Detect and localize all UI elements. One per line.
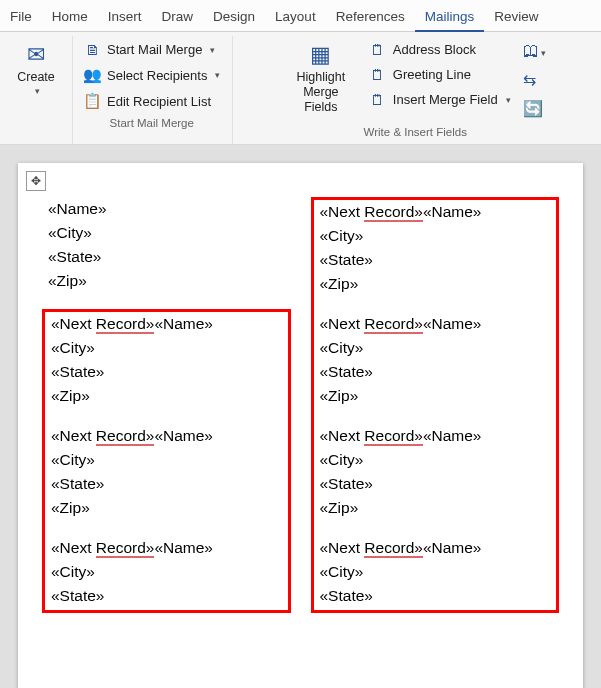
merge-field-city: «City» <box>51 339 95 356</box>
label-cell[interactable]: «Next Record»«Name» «City» «State» <box>47 536 286 608</box>
merge-field-zip: «Zip» <box>320 499 359 516</box>
merge-field-name: «Name» <box>423 539 482 556</box>
update-labels-icon[interactable]: 🔄 <box>521 97 548 120</box>
tab-references[interactable]: References <box>326 4 415 31</box>
rules-icon[interactable]: 🕮▾ <box>521 40 548 62</box>
label-cell[interactable]: «Next Record»«Name» «City» «State» «Zip» <box>47 424 286 520</box>
tab-review[interactable]: Review <box>484 4 548 31</box>
document-area: ✥ «Name» «City» «State» «Zip» «Next Reco… <box>0 145 601 688</box>
merge-field-city: «City» <box>320 451 364 468</box>
label-cell[interactable]: «Next Record»«Name» «City» «State» «Zip» <box>47 312 286 408</box>
merge-field-state: «State» <box>320 587 373 604</box>
merge-field-next: «Next Record» <box>320 539 423 558</box>
edit-recipient-list-button[interactable]: 📋 Edit Recipient List <box>81 89 222 113</box>
merge-field-next: «Next Record» <box>51 315 154 334</box>
edit-recipient-list-label: Edit Recipient List <box>107 94 211 109</box>
group-label-write: Write & Insert Fields <box>364 126 467 142</box>
ribbon-tabs: File Home Insert Draw Design Layout Refe… <box>0 0 601 32</box>
group-create: ✉ Create ▾ <box>2 36 73 144</box>
tab-design[interactable]: Design <box>203 4 265 31</box>
merge-field-zip: «Zip» <box>320 387 359 404</box>
merge-field-city: «City» <box>51 451 95 468</box>
label-cell[interactable]: «Next Record»«Name» «City» «State» «Zip» <box>316 312 555 408</box>
ribbon: ✉ Create ▾ 🗎 Start Mail Merge ▾ 👥 Select… <box>0 32 601 145</box>
insert-merge-field-label: Insert Merge Field <box>393 92 498 107</box>
merge-field-zip: «Zip» <box>51 499 90 516</box>
tab-mailings[interactable]: Mailings <box>415 4 485 32</box>
merge-field-city: «City» <box>320 339 364 356</box>
create-label: Create <box>17 70 55 84</box>
chevron-down-icon: ▾ <box>215 70 220 80</box>
merge-field-state: «State» <box>320 363 373 380</box>
select-recipients-label: Select Recipients <box>107 68 207 83</box>
insert-merge-field-button[interactable]: 🗒 Insert Merge Field ▾ <box>367 88 513 111</box>
merge-field-city: «City» <box>320 227 364 244</box>
merge-field-zip: «Zip» <box>51 387 90 404</box>
merge-field-name: «Name» <box>154 427 213 444</box>
merge-field-name: «Name» <box>423 427 482 444</box>
people-icon: 👥 <box>83 66 101 84</box>
address-icon: 🗒 <box>369 41 387 58</box>
merge-field-zip: «Zip» <box>320 275 359 292</box>
envelope-icon: ✉ <box>27 42 45 68</box>
merge-field-state: «State» <box>320 251 373 268</box>
document-page[interactable]: ✥ «Name» «City» «State» «Zip» «Next Reco… <box>18 163 583 688</box>
tab-draw[interactable]: Draw <box>152 4 204 31</box>
label-cell[interactable]: «Next Record»«Name» «City» «State» «Zip» <box>316 200 555 296</box>
greeting-line-button[interactable]: 🗒 Greeting Line <box>367 63 513 86</box>
merge-field-city: «City» <box>48 224 92 241</box>
merge-field-icon: 🗒 <box>369 91 387 108</box>
select-recipients-button[interactable]: 👥 Select Recipients ▾ <box>81 63 222 87</box>
merge-field-name: «Name» <box>423 315 482 332</box>
group-label-start: Start Mail Merge <box>110 117 194 133</box>
merge-field-next: «Next Record» <box>320 203 423 222</box>
table-move-handle[interactable]: ✥ <box>26 171 46 191</box>
highlight-box-left: «Next Record»«Name» «City» «State» «Zip»… <box>42 309 291 613</box>
merge-field-state: «State» <box>51 475 104 492</box>
address-block-button[interactable]: 🗒 Address Block <box>367 38 513 61</box>
merge-field-next: «Next Record» <box>51 539 154 558</box>
match-fields-icon[interactable]: ⇆ <box>521 68 548 91</box>
merge-field-state: «State» <box>320 475 373 492</box>
highlight-box-right: «Next Record»«Name» «City» «State» «Zip»… <box>311 197 560 613</box>
chevron-down-icon: ▾ <box>506 95 511 105</box>
merge-field-name: «Name» <box>423 203 482 220</box>
label-column-right: «Next Record»«Name» «City» «State» «Zip»… <box>311 197 560 613</box>
merge-field-city: «City» <box>320 563 364 580</box>
greeting-icon: 🗒 <box>369 66 387 83</box>
greeting-line-label: Greeting Line <box>393 67 471 82</box>
tab-home[interactable]: Home <box>42 4 98 31</box>
tab-layout[interactable]: Layout <box>265 4 326 31</box>
address-block-label: Address Block <box>393 42 476 57</box>
tab-file[interactable]: File <box>0 4 42 31</box>
label-cell[interactable]: «Next Record»«Name» «City» «State» <box>316 536 555 608</box>
merge-field-state: «State» <box>48 248 101 265</box>
group-write-insert: ▦ Highlight Merge Fields 🗒 Address Block… <box>233 36 599 144</box>
list-edit-icon: 📋 <box>83 92 101 110</box>
highlight-merge-fields-button[interactable]: ▦ Highlight Merge Fields <box>283 38 359 119</box>
create-button[interactable]: ✉ Create ▾ <box>10 38 62 100</box>
merge-field-city: «City» <box>51 563 95 580</box>
chevron-down-icon: ▾ <box>210 45 215 55</box>
group-start-mail-merge: 🗎 Start Mail Merge ▾ 👥 Select Recipients… <box>73 36 233 144</box>
highlight-label: Highlight Merge Fields <box>285 70 357 115</box>
merge-field-next: «Next Record» <box>320 427 423 446</box>
merge-field-state: «State» <box>51 363 104 380</box>
highlight-icon: ▦ <box>310 42 331 68</box>
label-cell[interactable]: «Name» «City» «State» «Zip» <box>42 197 291 293</box>
label-column-left: «Name» «City» «State» «Zip» «Next Record… <box>42 197 291 613</box>
merge-field-next: «Next Record» <box>51 427 154 446</box>
group-label-blank <box>34 104 37 120</box>
merge-field-zip: «Zip» <box>48 272 87 289</box>
start-mail-merge-button[interactable]: 🗎 Start Mail Merge ▾ <box>81 38 222 61</box>
merge-field-name: «Name» <box>48 200 107 217</box>
document-icon: 🗎 <box>83 41 101 58</box>
merge-field-next: «Next Record» <box>320 315 423 334</box>
start-mail-merge-label: Start Mail Merge <box>107 42 202 57</box>
chevron-down-icon: ▾ <box>35 86 40 96</box>
merge-field-state: «State» <box>51 587 104 604</box>
merge-field-name: «Name» <box>154 539 213 556</box>
tab-insert[interactable]: Insert <box>98 4 152 31</box>
merge-field-name: «Name» <box>154 315 213 332</box>
label-cell[interactable]: «Next Record»«Name» «City» «State» «Zip» <box>316 424 555 520</box>
